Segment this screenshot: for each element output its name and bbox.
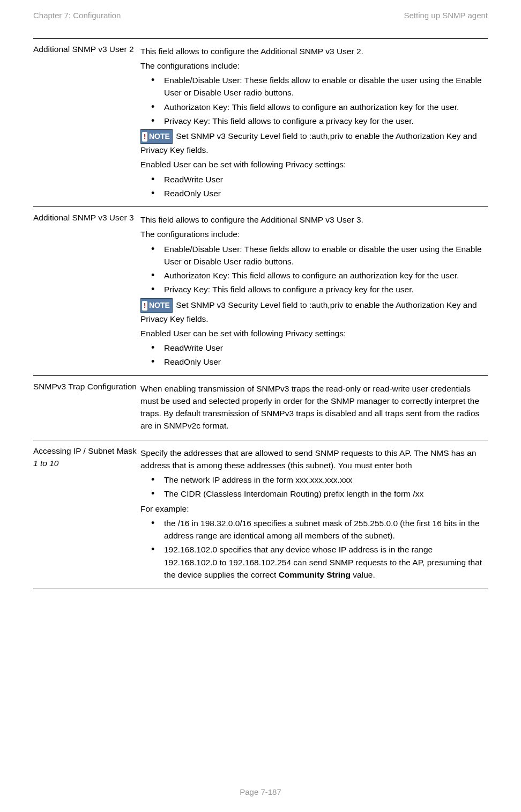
text: For example: [140, 503, 485, 515]
list-item: Privacy Key: This field allows to config… [154, 283, 485, 296]
row-content: When enabling transmission of SNMPv3 tra… [140, 375, 488, 440]
note-line: !NOTE Set SNMP v3 Security Level field t… [140, 129, 485, 156]
list-item: ReadOnly User [154, 187, 485, 200]
header-left: Chapter 7: Configuration [33, 10, 121, 22]
list-item: the /16 in 198.32.0.0/16 specifies a sub… [154, 517, 485, 542]
note-text: Set SNMP v3 Security Level field to :aut… [140, 131, 477, 154]
list-item: 192.168.102.0 specifies that any device … [154, 543, 485, 581]
header-right: Setting up SNMP agent [404, 10, 488, 22]
row-label: Accessing IP / Subnet Mask 1 to 10 [33, 440, 140, 588]
row-label: Additional SNMP v3 User 2 [33, 38, 140, 207]
row-content: This field allows to configure the Addit… [140, 38, 488, 207]
row-label: Additional SNMP v3 User 3 [33, 207, 140, 376]
list-item: Authorizaton Key: This field allows to c… [154, 269, 485, 282]
config-table: Additional SNMP v3 User 2 This field all… [33, 38, 488, 589]
note-icon: !NOTE [140, 129, 173, 144]
list-item: Privacy Key: This field allows to config… [154, 115, 485, 127]
text: When enabling transmission of SNMPv3 tra… [140, 382, 485, 432]
note-text: Set SNMP v3 Security Level field to :aut… [140, 300, 477, 323]
row-content: Specify the addresses that are allowed t… [140, 440, 488, 588]
row-content: This field allows to configure the Addit… [140, 207, 488, 376]
table-row: SNMPv3 Trap Configuration When enabling … [33, 375, 488, 440]
text: Enabled User can be set with following P… [140, 158, 485, 171]
text: This field allows to configure the Addit… [140, 213, 485, 226]
text: Specify the addresses that are allowed t… [140, 447, 485, 472]
row-label: SNMPv3 Trap Configuration [33, 375, 140, 440]
text: Enabled User can be set with following P… [140, 327, 485, 339]
note-line: !NOTE Set SNMP v3 Security Level field t… [140, 298, 485, 325]
list-item: ReadWrite User [154, 173, 485, 186]
list-item: The network IP address in the form xxx.x… [154, 474, 485, 486]
list-item: ReadWrite User [154, 342, 485, 354]
list-item: Authorizaton Key: This field allows to c… [154, 101, 485, 113]
list-item: The CIDR (Classless Interdomain Routing)… [154, 488, 485, 500]
page-header: Chapter 7: Configuration Setting up SNMP… [33, 10, 488, 22]
page-footer: Page 7-187 [0, 786, 521, 799]
table-row: Additional SNMP v3 User 2 This field all… [33, 38, 488, 207]
list-item: ReadOnly User [154, 356, 485, 368]
text: The configurations include: [140, 228, 485, 240]
text: This field allows to configure the Addit… [140, 45, 485, 57]
list-item: Enable/Disable User: These fields allow … [154, 74, 485, 99]
note-icon: !NOTE [140, 298, 173, 313]
table-row: Additional SNMP v3 User 3 This field all… [33, 207, 488, 376]
text: The configurations include: [140, 60, 485, 72]
list-item: Enable/Disable User: These fields allow … [154, 243, 485, 268]
table-row: Accessing IP / Subnet Mask 1 to 10 Speci… [33, 440, 488, 588]
